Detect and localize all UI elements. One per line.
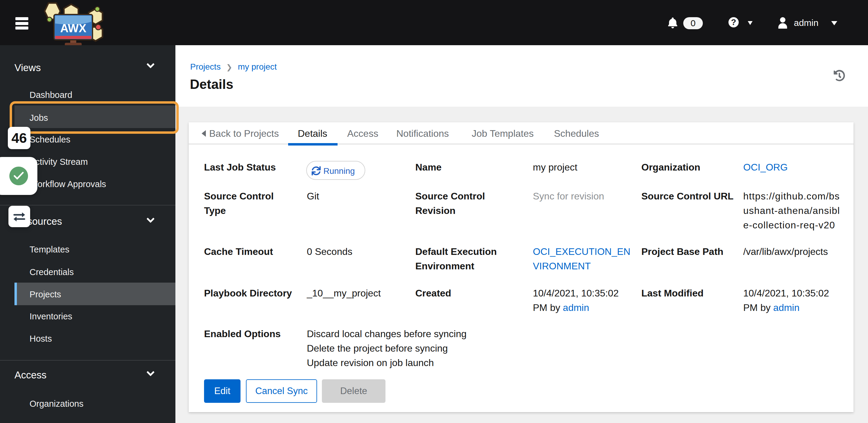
svg-text:AWX: AWX xyxy=(60,22,87,35)
